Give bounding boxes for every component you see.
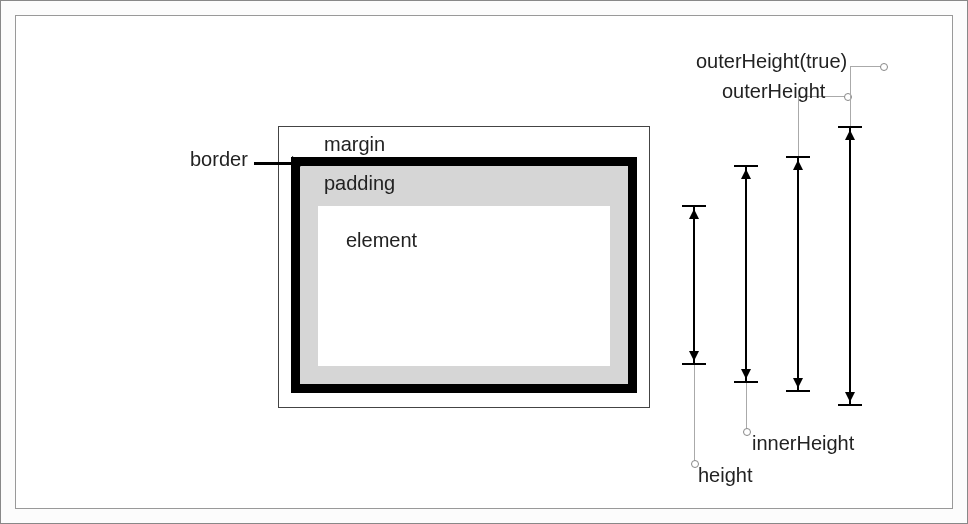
label-margin: margin [324, 133, 385, 156]
diagram-canvas: margin padding element border height inn… [15, 15, 953, 509]
measure-outerHeight [788, 156, 808, 392]
arrow-line-icon [254, 162, 292, 165]
measure-outerHeightTrue [840, 126, 860, 406]
arrow-right-icon [292, 156, 304, 172]
leader-line-icon [850, 66, 882, 67]
leader-line-icon [694, 365, 695, 463]
measure-height [684, 205, 704, 365]
leader-line-icon [798, 96, 799, 156]
label-innerHeight: innerHeight [752, 432, 854, 455]
label-padding: padding [324, 172, 395, 195]
label-outerHeight: outerHeight [722, 80, 825, 103]
leader-line-icon [746, 383, 747, 431]
leader-dot-icon [880, 63, 888, 71]
label-height: height [698, 464, 753, 487]
label-border: border [190, 148, 248, 171]
label-element: element [346, 229, 417, 252]
measure-innerHeight [736, 165, 756, 383]
padding-box [300, 166, 628, 384]
margin-box [278, 126, 650, 408]
leader-dot-icon [743, 428, 751, 436]
leader-line-icon [850, 66, 851, 126]
label-outerHeightTrue: outerHeight(true) [696, 50, 847, 73]
